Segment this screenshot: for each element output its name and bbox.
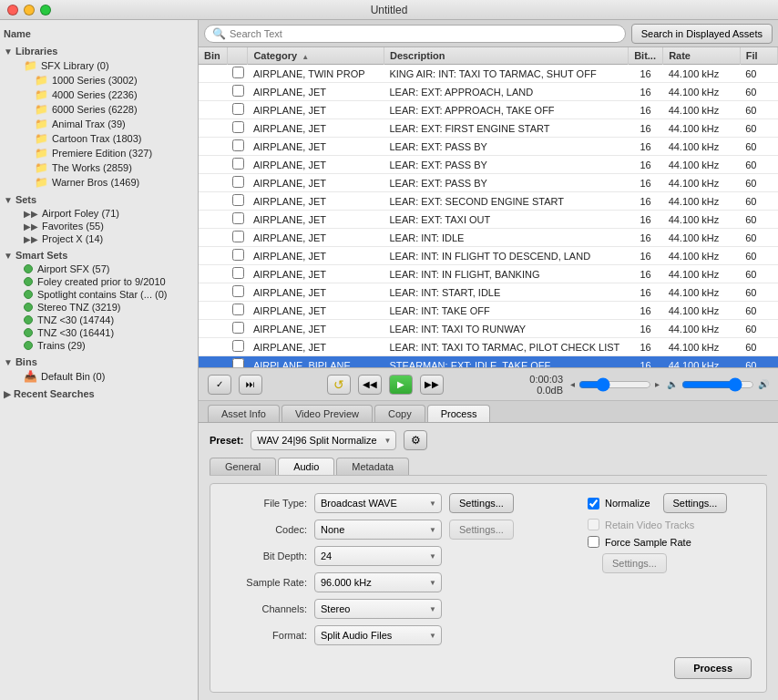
sidebar-item-6000-series[interactable]: 📁 6000 Series (6228) (0, 102, 198, 117)
sidebar-item-default-bin[interactable]: 📥 Default Bin (0) (0, 369, 198, 384)
sidebar-item-cartoon-trax[interactable]: 📁 Cartoon Trax (1803) (0, 131, 198, 146)
info-button[interactable]: ✓ (208, 375, 231, 395)
cell-check[interactable] (227, 65, 248, 83)
sidebar-item-premiere-edition[interactable]: 📁 Premiere Edition (327) (0, 146, 198, 160)
col-header-fil[interactable]: Fil (740, 47, 777, 65)
table-row[interactable]: AIRPLANE, JET LEAR: INT: TAXI TO TARMAC,… (199, 338, 778, 356)
tab-copy[interactable]: Copy (374, 405, 425, 422)
sub-tab-general[interactable]: General (210, 458, 276, 475)
cell-check[interactable] (227, 174, 248, 192)
sidebar-item-favorites[interactable]: ▶▶ Favorites (55) (0, 220, 198, 232)
cell-check[interactable] (227, 138, 248, 156)
process-button[interactable]: Process (674, 657, 752, 679)
sidebar-item-project-x[interactable]: ▶▶ Project X (14) (0, 232, 198, 245)
table-row[interactable]: AIRPLANE, TWIN PROP KING AIR: INT: TAXI … (199, 65, 778, 83)
cell-category: AIRPLANE, JET (248, 320, 384, 338)
sidebar-item-animal-trax[interactable]: 📁 Animal Trax (39) (0, 117, 198, 131)
table-row[interactable]: AIRPLANE, JET LEAR: INT: IN FLIGHT, BANK… (199, 265, 778, 283)
table-row[interactable]: AIRPLANE, JET LEAR: EXT: PASS BY 16 44.1… (199, 138, 778, 156)
format-select[interactable]: Interleaved Split Audio Files (314, 625, 442, 645)
folder-icon: 📁 (35, 103, 48, 116)
sidebar-item-stereo-tnz[interactable]: Stereo TNZ (3219) (0, 301, 198, 314)
table-row[interactable]: AIRPLANE, JET LEAR: EXT: APPROACH, LAND … (199, 83, 778, 101)
col-header-bit[interactable]: Bit... (629, 47, 663, 65)
cell-check[interactable] (227, 229, 248, 247)
cell-check[interactable] (227, 83, 248, 101)
table-row[interactable]: AIRPLANE, JET LEAR: EXT: PASS BY 16 44.1… (199, 174, 778, 192)
normalize-settings-button[interactable]: Settings... (663, 493, 728, 513)
sidebar-item-warner-bros[interactable]: 📁 Warner Bros (1469) (0, 175, 198, 190)
bit-depth-select[interactable]: 16 24 32 (314, 546, 442, 566)
col-header-rate[interactable]: Rate (663, 47, 741, 65)
cell-check[interactable] (227, 192, 248, 211)
cell-check[interactable] (227, 356, 248, 368)
force-sample-rate-checkbox[interactable] (588, 536, 599, 548)
play-button[interactable]: ▶ (389, 375, 413, 395)
cell-check[interactable] (227, 320, 248, 338)
table-row[interactable]: AIRPLANE, JET LEAR: INT: START, IDLE 16 … (199, 283, 778, 302)
table-row[interactable]: AIRPLANE, JET LEAR: EXT: FIRST ENGINE ST… (199, 119, 778, 138)
col-header-category[interactable]: Category ▲ (248, 47, 384, 65)
tab-video-preview[interactable]: Video Preview (282, 405, 373, 422)
asset-table[interactable]: Bin Category ▲ Description Bit... Rate F… (199, 47, 778, 367)
sidebar-item-airport-foley[interactable]: ▶▶ Airport Foley (71) (0, 207, 198, 220)
codec-select[interactable]: None (314, 520, 442, 540)
cell-bit: 16 (629, 192, 663, 211)
channels-select[interactable]: Mono Stereo Multi (314, 599, 442, 619)
sub-tab-audio[interactable]: Audio (278, 458, 334, 475)
table-row[interactable]: AIRPLANE, JET LEAR: EXT: SECOND ENGINE S… (199, 192, 778, 211)
gear-button[interactable]: ⚙ (404, 430, 427, 450)
minimize-button[interactable] (24, 5, 35, 15)
sidebar-item-trains[interactable]: Trains (29) (0, 339, 198, 352)
cell-check[interactable] (227, 338, 248, 356)
preset-select[interactable]: WAV 24|96 Split Normalize (251, 430, 396, 450)
table-row[interactable]: AIRPLANE, JET LEAR: EXT: TAXI OUT 16 44.… (199, 211, 778, 229)
search-input[interactable] (230, 28, 618, 39)
table-row[interactable]: AIRPLANE, JET LEAR: EXT: PASS BY 16 44.1… (199, 156, 778, 174)
cell-check[interactable] (227, 119, 248, 138)
loop-button[interactable]: ↺ (327, 375, 351, 395)
tab-asset-info[interactable]: Asset Info (208, 405, 280, 422)
cell-check[interactable] (227, 265, 248, 283)
cell-check[interactable] (227, 283, 248, 302)
rewind-button[interactable]: ◀◀ (358, 375, 382, 395)
table-row[interactable]: AIRPLANE, JET LEAR: INT: IN FLIGHT TO DE… (199, 247, 778, 265)
maximize-button[interactable] (40, 5, 51, 15)
sidebar-item-tnz-30b[interactable]: TNZ <30 (16441) (0, 326, 198, 339)
position-slider[interactable] (578, 379, 651, 390)
cell-rate: 44.100 kHz (663, 247, 741, 265)
cell-check[interactable] (227, 101, 248, 119)
volume-slider[interactable] (681, 379, 754, 390)
sidebar-item-the-works[interactable]: 📁 The Works (2859) (0, 160, 198, 175)
sidebar-item-spotlight-contains-star[interactable]: Spotlight contains Star (... (0) (0, 288, 198, 301)
sidebar-item-4000-series[interactable]: 📁 4000 Series (2236) (0, 88, 198, 102)
cell-check[interactable] (227, 211, 248, 229)
sidebar-item-tnz-30a[interactable]: TNZ <30 (14744) (0, 314, 198, 326)
table-row[interactable]: AIRPLANE, JET LEAR: INT: TAKE OFF 16 44.… (199, 302, 778, 320)
search-input-wrap[interactable]: 🔍 (204, 25, 626, 43)
sample-rate-select[interactable]: 44.100 kHz 48.000 kHz 96.000 kHz (314, 572, 442, 592)
sidebar-item-sfx-library[interactable]: 📁 SFX Library (0) (0, 58, 198, 73)
sidebar-item-airport-sfx[interactable]: Airport SFX (57) (0, 262, 198, 275)
forward-to-end-button[interactable]: ⏭ (239, 375, 262, 395)
cell-check[interactable] (227, 247, 248, 265)
sub-tab-metadata[interactable]: Metadata (336, 458, 409, 475)
tab-process[interactable]: Process (427, 405, 491, 422)
cell-check[interactable] (227, 302, 248, 320)
cell-check[interactable] (227, 156, 248, 174)
fast-forward-button[interactable]: ▶▶ (420, 375, 444, 395)
folder-icon: 📁 (35, 88, 48, 101)
close-button[interactable] (7, 5, 18, 15)
sidebar-item-foley-created[interactable]: Foley created prior to 9/2010 (0, 275, 198, 288)
col-header-description[interactable]: Description (384, 47, 628, 65)
sample-rate-row: Sample Rate: 44.100 kHz 48.000 kHz 96.00… (225, 572, 569, 592)
normalize-checkbox[interactable] (588, 498, 599, 510)
table-row[interactable]: AIRPLANE, JET LEAR: INT: TAXI TO RUNWAY … (199, 320, 778, 338)
table-row[interactable]: AIRPLANE, JET LEAR: EXT: APPROACH, TAKE … (199, 101, 778, 119)
table-row[interactable]: AIRPLANE, JET LEAR: INT: IDLE 16 44.100 … (199, 229, 778, 247)
file-type-settings-button[interactable]: Settings... (449, 493, 514, 513)
file-type-select[interactable]: Broadcast WAVE AIFF MP3 AAC (314, 493, 442, 513)
search-in-displayed-assets-button[interactable]: Search in Displayed Assets (631, 24, 773, 44)
sidebar-item-1000-series[interactable]: 📁 1000 Series (3002) (0, 73, 198, 88)
table-row[interactable]: AIRPLANE, BIPLANE STEARMAN: EXT: IDLE, T… (199, 356, 778, 368)
